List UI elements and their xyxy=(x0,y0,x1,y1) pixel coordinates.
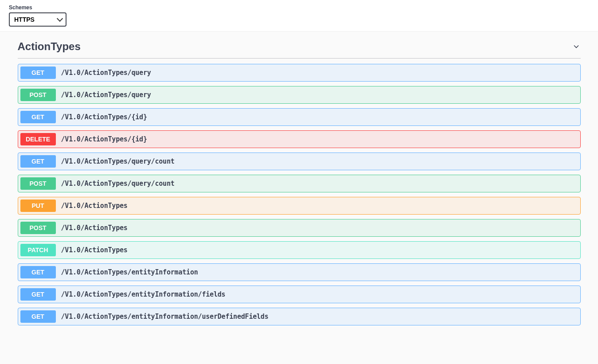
operation-path: /V1.0/ActionTypes/entityInformation xyxy=(56,268,203,276)
operation-path: /V1.0/ActionTypes/{id} xyxy=(56,135,152,143)
operation-path: /V1.0/ActionTypes/{id} xyxy=(56,113,152,121)
schemes-label: Schemes xyxy=(9,4,589,11)
operation-row[interactable]: DELETE/V1.0/ActionTypes/{id} xyxy=(18,130,581,148)
operation-path: /V1.0/ActionTypes/entityInformation/fiel… xyxy=(56,290,231,298)
section-header[interactable]: ActionTypes xyxy=(18,31,581,59)
operation-path: /V1.0/ActionTypes xyxy=(56,202,133,210)
method-badge-post: POST xyxy=(20,177,56,190)
schemes-select-wrap: HTTPS xyxy=(9,12,66,27)
method-badge-patch: PATCH xyxy=(20,244,56,256)
method-badge-post: POST xyxy=(20,89,56,101)
operations-list: GET/V1.0/ActionTypes/queryPOST/V1.0/Acti… xyxy=(18,64,581,325)
operation-path: /V1.0/ActionTypes/query/count xyxy=(56,157,180,165)
operation-path: /V1.0/ActionTypes/query xyxy=(56,91,156,99)
operation-row[interactable]: GET/V1.0/ActionTypes/entityInformation/u… xyxy=(18,308,581,325)
method-badge-get: GET xyxy=(20,266,56,278)
operation-path: /V1.0/ActionTypes xyxy=(56,224,133,232)
operation-row[interactable]: POST/V1.0/ActionTypes/query/count xyxy=(18,175,581,192)
operation-row[interactable]: GET/V1.0/ActionTypes/entityInformation/f… xyxy=(18,286,581,303)
operation-row[interactable]: POST/V1.0/ActionTypes xyxy=(18,219,581,237)
method-badge-get: GET xyxy=(20,67,56,79)
method-badge-get: GET xyxy=(20,155,56,168)
schemes-bar: Schemes HTTPS xyxy=(0,0,598,31)
chevron-down-icon xyxy=(572,42,581,51)
operation-row[interactable]: GET/V1.0/ActionTypes/query xyxy=(18,64,581,82)
operation-row[interactable]: GET/V1.0/ActionTypes/entityInformation xyxy=(18,263,581,281)
operation-path: /V1.0/ActionTypes/entityInformation/user… xyxy=(56,313,274,321)
operation-row[interactable]: PUT/V1.0/ActionTypes xyxy=(18,197,581,215)
main-container: ActionTypes GET/V1.0/ActionTypes/queryPO… xyxy=(9,31,590,339)
method-badge-get: GET xyxy=(20,111,56,123)
method-badge-get: GET xyxy=(20,310,56,323)
operation-path: /V1.0/ActionTypes xyxy=(56,246,133,254)
operation-row[interactable]: PATCH/V1.0/ActionTypes xyxy=(18,241,581,259)
method-badge-post: POST xyxy=(20,222,56,234)
operation-row[interactable]: GET/V1.0/ActionTypes/{id} xyxy=(18,108,581,126)
method-badge-delete: DELETE xyxy=(20,133,56,145)
section-title: ActionTypes xyxy=(18,40,81,53)
operation-row[interactable]: POST/V1.0/ActionTypes/query xyxy=(18,86,581,104)
method-badge-get: GET xyxy=(20,288,56,301)
schemes-select[interactable]: HTTPS xyxy=(9,12,66,27)
operation-path: /V1.0/ActionTypes/query xyxy=(56,69,156,77)
operation-row[interactable]: GET/V1.0/ActionTypes/query/count xyxy=(18,153,581,170)
operation-path: /V1.0/ActionTypes/query/count xyxy=(56,180,180,188)
method-badge-put: PUT xyxy=(20,200,56,212)
